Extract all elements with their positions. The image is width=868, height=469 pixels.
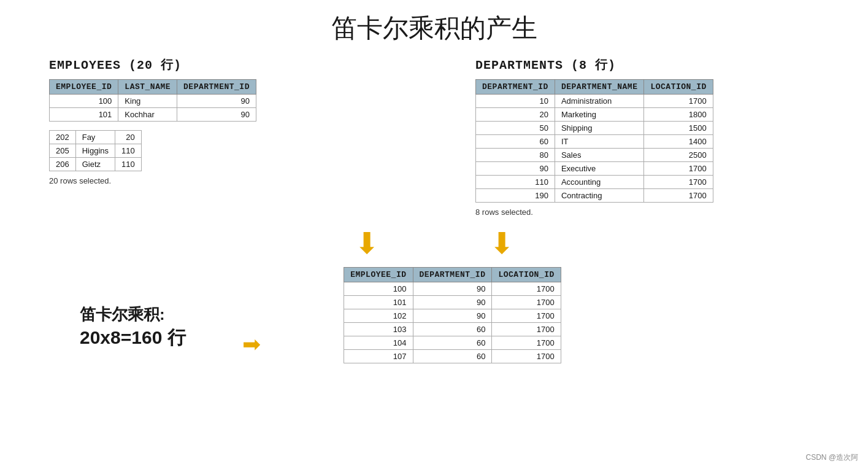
- dept-loc-id: 1800: [644, 108, 713, 122]
- table-row: 101 Kochhar 90: [50, 108, 256, 122]
- table-row: 110 Accounting 1700: [476, 176, 713, 189]
- table-row: 10 Administration 1700: [476, 95, 713, 108]
- table-row: 107 60 1700: [344, 350, 561, 363]
- result-table-wrapper: EMPLOYEE_ID DEPARTMENT_ID LOCATION_ID 10…: [344, 267, 561, 363]
- result-emp-id: 100: [344, 282, 413, 296]
- emp-last-name: Gietz: [75, 158, 115, 171]
- dept-id: 110: [476, 176, 555, 189]
- table-row: 80 Sales 2500: [476, 149, 713, 162]
- table-row: 202 Fay 20: [50, 131, 142, 144]
- departments-table: DEPARTMENT_ID DEPARTMENT_NAME LOCATION_I…: [475, 79, 713, 203]
- employees-section: EMPLOYEES (20 行) EMPLOYEE_ID LAST_NAME D…: [49, 56, 307, 217]
- dept-name: Sales: [555, 149, 644, 162]
- dept-name: IT: [555, 135, 644, 149]
- table-row: 50 Shipping 1500: [476, 122, 713, 135]
- dept-id: 190: [476, 189, 555, 203]
- result-emp-id: 102: [344, 309, 413, 323]
- arrows-row: ⬇ ⬇: [0, 229, 868, 258]
- dept-name: Marketing: [555, 108, 644, 122]
- result-col-deptid: DEPARTMENT_ID: [413, 268, 492, 282]
- result-emp-id: 104: [344, 336, 413, 350]
- result-dept-id: 90: [413, 296, 492, 309]
- result-loc-id: 1700: [492, 350, 561, 363]
- result-dept-id: 90: [413, 309, 492, 323]
- result-dept-id: 60: [413, 323, 492, 336]
- emp-last-name: Fay: [75, 131, 115, 144]
- result-loc-id: 1700: [492, 309, 561, 323]
- dept-loc-id: 1700: [644, 162, 713, 176]
- employees-table-group1: EMPLOYEE_ID LAST_NAME DEPARTMENT_ID 100 …: [49, 79, 256, 122]
- dept-name: Contracting: [555, 189, 644, 203]
- emp-last-name: Higgins: [75, 144, 115, 158]
- employees-col-id: EMPLOYEE_ID: [50, 80, 118, 95]
- emp-id: 101: [50, 108, 118, 122]
- table-row: 100 90 1700: [344, 282, 561, 296]
- result-emp-id: 107: [344, 350, 413, 363]
- table-row: 90 Executive 1700: [476, 162, 713, 176]
- result-loc-id: 1700: [492, 323, 561, 336]
- result-loc-id: 1700: [492, 336, 561, 350]
- table-row: 20 Marketing 1800: [476, 108, 713, 122]
- page-title: 笛卡尔乘积的产生: [0, 0, 868, 56]
- dept-loc-id: 1700: [644, 189, 713, 203]
- departments-section: DEPARTMENTS (8 行) DEPARTMENT_ID DEPARTME…: [475, 56, 819, 217]
- emp-dept-id: 90: [177, 95, 256, 108]
- result-loc-id: 1700: [492, 296, 561, 309]
- dept-id: 80: [476, 149, 555, 162]
- table-row: 205 Higgins 110: [50, 144, 142, 158]
- result-col-empid: EMPLOYEE_ID: [344, 268, 413, 282]
- table-row: 206 Gietz 110: [50, 158, 142, 171]
- departments-rows-note: 8 rows selected.: [475, 207, 819, 217]
- arrow-down-right: ⬇: [490, 229, 514, 258]
- dept-id: 90: [476, 162, 555, 176]
- emp-id: 205: [50, 144, 76, 158]
- employees-rows-note: 20 rows selected.: [49, 176, 307, 185]
- dept-loc-id: 1400: [644, 135, 713, 149]
- employees-col-lastname: LAST_NAME: [118, 80, 177, 95]
- dept-id: 50: [476, 122, 555, 135]
- top-tables-area: EMPLOYEES (20 行) EMPLOYEE_ID LAST_NAME D…: [0, 56, 868, 217]
- table-row: 190 Contracting 1700: [476, 189, 713, 203]
- employees-col-deptid: DEPARTMENT_ID: [177, 80, 256, 95]
- cartesian-formula: 20x8=160 行: [80, 325, 186, 351]
- emp-last-name: King: [118, 95, 177, 108]
- emp-dept-id: 110: [115, 158, 142, 171]
- dept-loc-id: 1500: [644, 122, 713, 135]
- emp-dept-id: 110: [115, 144, 142, 158]
- emp-dept-id: 90: [177, 108, 256, 122]
- dept-name: Executive: [555, 162, 644, 176]
- dept-id: 20: [476, 108, 555, 122]
- table-row: 104 60 1700: [344, 336, 561, 350]
- watermark: CSDN @造次阿: [805, 452, 858, 463]
- emp-id: 202: [50, 131, 76, 144]
- arrow-right-container: ➡: [242, 331, 261, 357]
- dept-id: 10: [476, 95, 555, 108]
- table-row: 102 90 1700: [344, 309, 561, 323]
- dept-id: 60: [476, 135, 555, 149]
- result-table: EMPLOYEE_ID DEPARTMENT_ID LOCATION_ID 10…: [344, 267, 561, 363]
- result-loc-id: 1700: [492, 282, 561, 296]
- cartesian-label: 笛卡尔乘积: 20x8=160 行: [80, 304, 186, 351]
- dept-col-locid: LOCATION_ID: [644, 80, 713, 95]
- table-row: 60 IT 1400: [476, 135, 713, 149]
- arrow-down-left: ⬇: [355, 229, 379, 258]
- dept-col-name: DEPARTMENT_NAME: [555, 80, 644, 95]
- table-row: 101 90 1700: [344, 296, 561, 309]
- dept-name: Administration: [555, 95, 644, 108]
- result-dept-id: 90: [413, 282, 492, 296]
- emp-id: 206: [50, 158, 76, 171]
- emp-id: 100: [50, 95, 118, 108]
- dept-name: Shipping: [555, 122, 644, 135]
- result-col-locid: LOCATION_ID: [492, 268, 561, 282]
- dept-loc-id: 1700: [644, 95, 713, 108]
- dept-loc-id: 1700: [644, 176, 713, 189]
- employees-table-group2: 202 Fay 20 205 Higgins 110 206 Gietz 110: [49, 130, 142, 171]
- table-row: 100 King 90: [50, 95, 256, 108]
- emp-dept-id: 20: [115, 131, 142, 144]
- dept-loc-id: 2500: [644, 149, 713, 162]
- departments-section-title: DEPARTMENTS (8 行): [475, 56, 819, 73]
- dept-name: Accounting: [555, 176, 644, 189]
- result-dept-id: 60: [413, 350, 492, 363]
- arrow-right-icon: ➡: [242, 331, 261, 357]
- result-emp-id: 103: [344, 323, 413, 336]
